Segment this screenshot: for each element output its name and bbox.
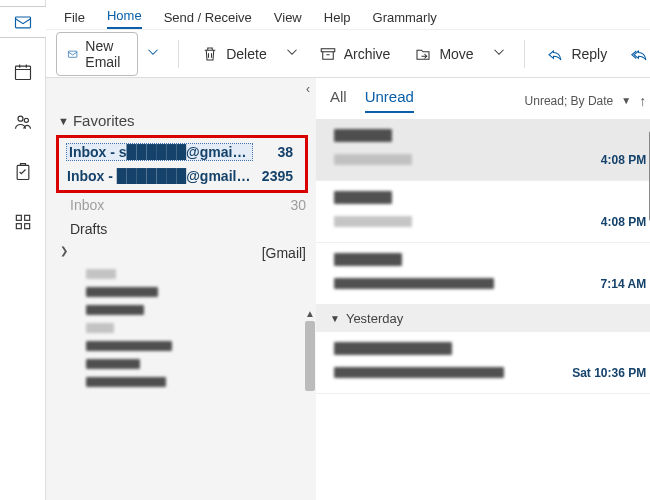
move-label: Move bbox=[439, 46, 473, 62]
sort-label[interactable]: Unread; By Date bbox=[525, 94, 614, 108]
message-item[interactable]: 4:08 PM bbox=[316, 181, 650, 243]
delete-dropdown[interactable] bbox=[279, 38, 305, 69]
tab-unread[interactable]: Unread bbox=[365, 88, 414, 113]
folder-redacted[interactable] bbox=[72, 319, 316, 337]
ribbon: New Email Delete Archive bbox=[46, 30, 650, 78]
menu-grammarly[interactable]: Grammarly bbox=[373, 10, 437, 29]
message-list: All Unread Unread; By Date ▼ ↑ bbox=[316, 78, 650, 500]
svg-point-2 bbox=[18, 116, 23, 121]
chevron-down-icon: ▼ bbox=[330, 313, 340, 324]
collapse-nav-icon[interactable]: ‹ bbox=[306, 82, 310, 96]
rail-apps-icon[interactable] bbox=[0, 206, 46, 238]
rail-people-icon[interactable] bbox=[0, 106, 46, 138]
message-time: 4:08 PM bbox=[601, 153, 646, 167]
scroll-up-icon[interactable]: ▲ bbox=[304, 308, 316, 319]
menubar: File Home Send / Receive View Help Gramm… bbox=[46, 0, 650, 30]
folder-pane: ‹ ▼ Favorites Inbox - s██████@gmail.... … bbox=[46, 78, 316, 500]
folder-drafts-label: Drafts bbox=[70, 221, 107, 237]
folder-inbox-label: Inbox bbox=[70, 197, 104, 213]
fav-inbox-2[interactable]: Inbox - ███████@gmail.c... 2395 bbox=[61, 164, 303, 188]
folder-redacted[interactable] bbox=[72, 373, 316, 391]
folder-redacted[interactable] bbox=[72, 283, 316, 301]
tab-all[interactable]: All bbox=[330, 88, 347, 113]
archive-button[interactable]: Archive bbox=[309, 39, 401, 69]
sort-direction-icon[interactable]: ↑ bbox=[639, 93, 646, 109]
ribbon-separator bbox=[524, 40, 525, 68]
folder-redacted[interactable] bbox=[72, 265, 316, 283]
menu-send-receive[interactable]: Send / Receive bbox=[164, 10, 252, 29]
delete-label: Delete bbox=[226, 46, 266, 62]
message-time: 4:08 PM bbox=[601, 215, 646, 229]
message-item[interactable]: 4:08 PM bbox=[316, 119, 650, 181]
fav-inbox-1-label: Inbox - s██████@gmail.... bbox=[67, 144, 252, 160]
delete-button[interactable]: Delete bbox=[191, 39, 276, 69]
svg-rect-7 bbox=[16, 224, 21, 229]
group-header-label: Yesterday bbox=[346, 311, 403, 326]
move-button[interactable]: Move bbox=[404, 39, 483, 69]
folder-gmail[interactable]: ❯ [Gmail] bbox=[56, 241, 316, 265]
fav-inbox-2-count: 2395 bbox=[262, 168, 293, 184]
folder-gmail-label: [Gmail] bbox=[262, 245, 306, 261]
svg-rect-1 bbox=[15, 66, 30, 79]
menu-view[interactable]: View bbox=[274, 10, 302, 29]
message-time: Sat 10:36 PM bbox=[572, 366, 646, 380]
menu-home[interactable]: Home bbox=[107, 8, 142, 29]
reply-button[interactable]: Reply bbox=[536, 39, 617, 69]
group-header-yesterday[interactable]: ▼ Yesterday bbox=[316, 305, 650, 332]
menu-file[interactable]: File bbox=[64, 10, 85, 29]
nav-scrollbar[interactable]: ▲ bbox=[304, 308, 316, 500]
new-email-dropdown[interactable] bbox=[140, 38, 166, 69]
svg-rect-8 bbox=[24, 224, 29, 229]
chevron-right-icon: ❯ bbox=[60, 245, 68, 261]
fav-inbox-1[interactable]: Inbox - s██████@gmail.... 38 bbox=[61, 140, 303, 164]
move-dropdown[interactable] bbox=[486, 38, 512, 69]
favorites-header[interactable]: ▼ Favorites bbox=[56, 112, 316, 135]
scroll-thumb[interactable] bbox=[305, 321, 315, 391]
reply-all-button[interactable] bbox=[621, 39, 650, 69]
fav-inbox-1-count: 38 bbox=[277, 144, 293, 160]
folder-drafts[interactable]: Drafts bbox=[56, 217, 316, 241]
svg-rect-5 bbox=[16, 215, 21, 220]
rail-tasks-icon[interactable] bbox=[0, 156, 46, 188]
chevron-down-icon[interactable]: ▼ bbox=[621, 95, 631, 106]
annotation-highlight: Inbox - s██████@gmail.... 38 Inbox - ███… bbox=[56, 135, 308, 193]
rail-calendar-icon[interactable] bbox=[0, 56, 46, 88]
folder-redacted[interactable] bbox=[72, 301, 316, 319]
svg-rect-9 bbox=[68, 51, 76, 57]
folder-inbox[interactable]: Inbox 30 bbox=[56, 193, 316, 217]
left-rail bbox=[0, 0, 46, 500]
folder-redacted[interactable] bbox=[72, 355, 316, 373]
svg-rect-0 bbox=[15, 17, 30, 28]
svg-point-3 bbox=[24, 118, 28, 122]
favorites-label: Favorites bbox=[73, 112, 135, 129]
folder-redacted[interactable] bbox=[72, 337, 316, 355]
rail-mail-icon[interactable] bbox=[0, 6, 46, 38]
new-email-label: New Email bbox=[85, 38, 127, 70]
menu-help[interactable]: Help bbox=[324, 10, 351, 29]
reply-label: Reply bbox=[571, 46, 607, 62]
archive-label: Archive bbox=[344, 46, 391, 62]
svg-rect-10 bbox=[321, 48, 335, 51]
message-time: 7:14 AM bbox=[601, 277, 647, 291]
folder-inbox-count: 30 bbox=[290, 197, 306, 213]
fav-inbox-2-label: Inbox - ███████@gmail.c... bbox=[67, 168, 252, 184]
chevron-down-icon: ▼ bbox=[58, 115, 69, 127]
message-item[interactable]: 7:14 AM bbox=[316, 243, 650, 305]
svg-rect-6 bbox=[24, 215, 29, 220]
new-email-button[interactable]: New Email bbox=[56, 32, 138, 76]
message-item[interactable]: Sat 10:36 PM bbox=[316, 332, 650, 394]
ribbon-separator bbox=[178, 40, 179, 68]
